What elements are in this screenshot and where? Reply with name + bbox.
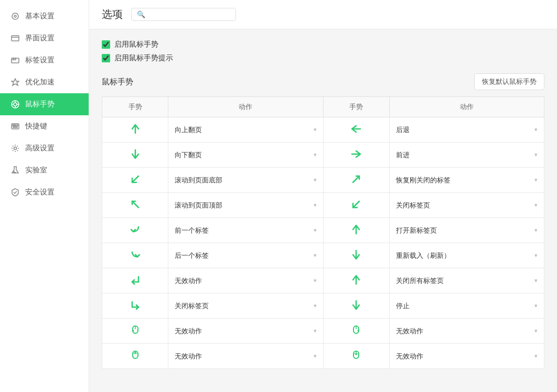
dropdown-arrow-right[interactable]: ▾	[534, 277, 538, 284]
search-icon: 🔍	[137, 10, 145, 18]
action-text-right: 关闭标签页	[396, 201, 430, 210]
sidebar-item-label: 鼠标手势	[25, 100, 55, 109]
dropdown-arrow-right[interactable]: ▾	[534, 126, 538, 133]
dropdown-arrow-right[interactable]: ▾	[534, 227, 538, 234]
action-text-left: 前一个标签	[175, 226, 209, 235]
table-row: 后一个标签 ▾ 重新载入（刷新） ▾	[102, 243, 544, 268]
action-cell-left[interactable]: 后一个标签 ▾	[168, 243, 323, 268]
restore-default-button[interactable]: 恢复默认鼠标手势	[474, 73, 544, 90]
gesture-icon-left	[102, 344, 168, 369]
action-cell-left[interactable]: 滚动到页面底部 ▾	[168, 168, 323, 193]
action-cell-left[interactable]: 向下翻页 ▾	[168, 143, 323, 168]
action-text-right: 后退	[396, 125, 410, 135]
sidebar-item-ui[interactable]: 界面设置	[0, 27, 89, 49]
dropdown-arrow-left[interactable]: ▾	[314, 151, 317, 158]
svg-point-0	[12, 13, 18, 19]
action-cell-right[interactable]: 打开新标签页 ▾	[389, 218, 544, 243]
gesture-icon-right	[323, 218, 389, 243]
action-cell-left[interactable]: 无效动作 ▾	[168, 319, 323, 344]
search-box[interactable]: 🔍	[131, 8, 236, 21]
svg-point-20	[15, 172, 16, 173]
action-text-left: 无效动作	[175, 276, 202, 286]
dropdown-arrow-left[interactable]: ▾	[314, 353, 317, 360]
dropdown-arrow-right[interactable]: ▾	[534, 328, 538, 334]
sidebar-item-optimize[interactable]: 优化加速	[0, 71, 89, 93]
checkbox-row-gesture-tip: 启用鼠标手势提示	[102, 53, 544, 63]
dropdown-arrow-right[interactable]: ▾	[534, 302, 538, 309]
sidebar-item-label: 界面设置	[25, 34, 55, 43]
action-cell-right[interactable]: 后退 ▾	[389, 117, 544, 143]
action-cell-right[interactable]: 恢复刚关闭的标签 ▾	[389, 168, 544, 193]
dropdown-arrow-left[interactable]: ▾	[314, 328, 317, 334]
action-cell-left[interactable]: 无效动作 ▾	[168, 344, 323, 369]
gesture-icon-right	[323, 168, 389, 193]
table-row: 滚动到页面底部 ▾ 恢复刚关闭的标签 ▾	[102, 168, 544, 193]
sidebar-item-shortcut[interactable]: 快捷键	[0, 115, 89, 137]
action-text-right: 恢复刚关闭的标签	[396, 176, 451, 185]
sidebar-item-basic[interactable]: 基本设置	[0, 5, 89, 27]
dropdown-arrow-left[interactable]: ▾	[314, 227, 317, 234]
section-header: 鼠标手势 恢复默认鼠标手势	[102, 73, 544, 90]
enable-gesture-tip-checkbox[interactable]	[102, 54, 110, 62]
dropdown-arrow-left[interactable]: ▾	[314, 302, 317, 309]
optimize-settings-icon	[10, 78, 20, 87]
section-title: 鼠标手势	[102, 77, 133, 87]
dropdown-arrow-right[interactable]: ▾	[534, 252, 538, 259]
svg-rect-2	[12, 36, 19, 41]
dropdown-arrow-left[interactable]: ▾	[314, 202, 317, 209]
search-input[interactable]	[148, 10, 230, 18]
action-cell-right[interactable]: 前进 ▾	[389, 143, 544, 168]
table-row: 前一个标签 ▾ 打开新标签页 ▾	[102, 218, 544, 243]
action-cell-left[interactable]: 向上翻页 ▾	[168, 117, 323, 143]
sidebar: 基本设置 界面设置 标签设置 优化加速	[0, 0, 89, 392]
dropdown-arrow-left[interactable]: ▾	[314, 252, 317, 259]
dropdown-arrow-left[interactable]: ▾	[314, 126, 317, 133]
sidebar-item-advanced[interactable]: 高级设置	[0, 137, 89, 159]
table-row: 无效动作 ▾ 无效动作 ▾	[102, 319, 544, 344]
action-cell-left[interactable]: 前一个标签 ▾	[168, 218, 323, 243]
dropdown-arrow-left[interactable]: ▾	[314, 177, 317, 183]
action-text-right: 无效动作	[396, 352, 423, 361]
action-cell-right[interactable]: 无效动作 ▾	[389, 319, 544, 344]
svg-point-7	[14, 103, 17, 106]
sidebar-item-gesture[interactable]: 鼠标手势	[0, 93, 89, 115]
gesture-icon-left	[102, 117, 168, 143]
basic-settings-icon	[10, 12, 20, 21]
gesture-icon-right	[323, 143, 389, 168]
enable-gesture-checkbox[interactable]	[102, 40, 110, 49]
action-cell-left[interactable]: 滚动到页面顶部 ▾	[168, 193, 323, 218]
action-cell-right[interactable]: 重新载入（刷新） ▾	[389, 243, 544, 268]
gesture-icon-right	[323, 268, 389, 293]
action-text-left: 向下翻页	[175, 150, 202, 160]
sidebar-item-label: 标签设置	[25, 56, 55, 65]
action-cell-right[interactable]: 关闭所有标签页 ▾	[389, 268, 544, 293]
sidebar-item-lab[interactable]: 实验室	[0, 159, 89, 181]
action-cell-right[interactable]: 无效动作 ▾	[389, 344, 544, 369]
page-title: 选项	[102, 7, 123, 21]
col-header-action2: 动作	[389, 97, 544, 117]
gesture-icon-right	[323, 117, 389, 143]
dropdown-arrow-left[interactable]: ▾	[314, 277, 317, 284]
sidebar-item-label: 高级设置	[25, 144, 55, 153]
sidebar-item-tabs[interactable]: 标签设置	[0, 49, 89, 71]
action-cell-right[interactable]: 停止 ▾	[389, 293, 544, 319]
gesture-icon-left	[102, 243, 168, 268]
sidebar-item-label: 快捷键	[25, 122, 47, 131]
action-text-left: 滚动到页面顶部	[175, 201, 222, 210]
action-text-left: 关闭标签页	[175, 301, 209, 311]
gesture-icon-left	[102, 268, 168, 293]
checkboxes-section: 启用鼠标手势 启用鼠标手势提示	[102, 40, 544, 63]
table-row: 向下翻页 ▾ 前进 ▾	[102, 143, 544, 168]
dropdown-arrow-right[interactable]: ▾	[534, 151, 538, 158]
dropdown-arrow-right[interactable]: ▾	[534, 177, 538, 183]
action-cell-right[interactable]: 关闭标签页 ▾	[389, 193, 544, 218]
action-text-right: 重新载入（刷新）	[396, 251, 451, 260]
sidebar-item-security[interactable]: 安全设置	[0, 181, 89, 203]
dropdown-arrow-right[interactable]: ▾	[534, 202, 538, 209]
dropdown-arrow-right[interactable]: ▾	[534, 353, 538, 360]
action-cell-left[interactable]: 关闭标签页 ▾	[168, 293, 323, 319]
action-text-left: 向上翻页	[175, 125, 202, 135]
svg-rect-4	[12, 58, 19, 63]
action-cell-left[interactable]: 无效动作 ▾	[168, 268, 323, 293]
sidebar-item-label: 安全设置	[25, 188, 55, 197]
